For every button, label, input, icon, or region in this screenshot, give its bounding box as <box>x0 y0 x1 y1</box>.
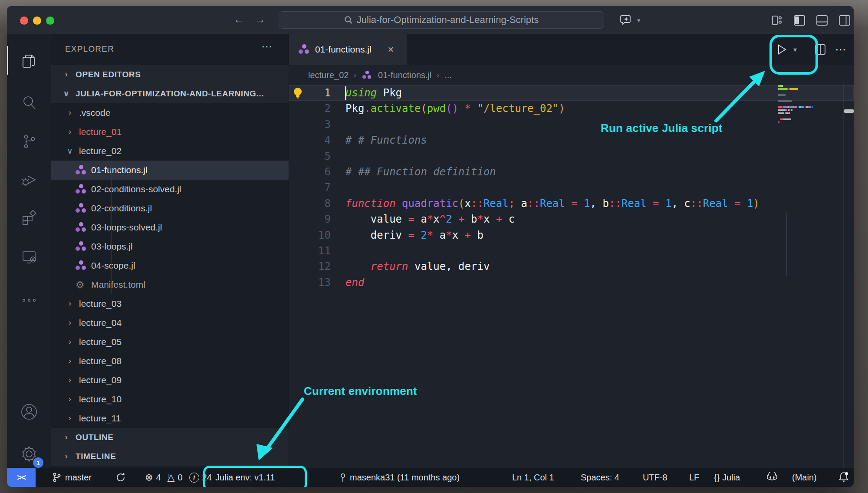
code-line-11[interactable]: 11 <box>289 243 854 259</box>
git-branch-item[interactable]: master <box>52 468 92 487</box>
activity-extensions-icon[interactable] <box>7 206 51 230</box>
tree-item-lecture-03[interactable]: ›lecture_03 <box>51 294 289 313</box>
code-line-9[interactable]: 9 value = a*x^2 + b*x + c <box>289 211 854 227</box>
code-line-8[interactable]: 8function quadratic(x::Real; a::Real = 1… <box>289 196 854 211</box>
code-line-2[interactable]: 2Pkg.activate(pwd() * "/lecture_02") <box>289 101 854 116</box>
tree-item--vscode[interactable]: ›.vscode <box>51 103 289 122</box>
tree-item-03-loops-jl[interactable]: 03-loops.jl <box>51 237 289 256</box>
explorer-title: EXPLORER <box>65 44 114 54</box>
editor-more-actions-icon[interactable]: ⋯ <box>835 34 847 65</box>
section-julia-for-optimization-and-learning[interactable]: ∨JULIA-FOR-OPTIMIZATION-AND-LEARNING... <box>51 84 289 103</box>
commit-author-label: masenka31 (11 months ago) <box>350 473 460 483</box>
code-line-10[interactable]: 10 deriv = 2* a*x + b <box>289 227 854 243</box>
tree-item-01-functions-jl[interactable]: 01-functions.jl <box>51 161 289 180</box>
close-tab-icon[interactable]: × <box>388 43 394 56</box>
activity-more-actions-icon[interactable] <box>7 288 51 312</box>
tree-item-02-conditions-solved-jl[interactable]: 02-conditions-solved.jl <box>51 180 289 199</box>
explorer-more-actions-icon[interactable]: ⋯ <box>261 40 273 53</box>
minimap-line <box>778 118 791 120</box>
toggle-panel-icon[interactable] <box>816 15 828 28</box>
tree-indent-guide <box>111 161 112 294</box>
tree-item-lecture-09[interactable]: ›lecture_09 <box>51 371 289 390</box>
toggle-primary-sidebar-icon[interactable] <box>793 15 806 28</box>
code-line-12[interactable]: 12 return value, deriv <box>289 259 854 274</box>
git-context-item[interactable]: (Main) <box>792 468 817 487</box>
tree-item-03-loops-solved-jl[interactable]: 03-loops-solved.jl <box>51 218 289 237</box>
remote-indicator[interactable]: >< <box>7 468 36 487</box>
section-open-editors[interactable]: ›OPEN EDITORS <box>51 65 289 84</box>
cursor-position-item[interactable]: Ln 1, Col 1 <box>512 468 554 487</box>
notifications-bell-item[interactable] <box>838 468 849 487</box>
activity-source-control-icon[interactable] <box>7 129 51 154</box>
tree-item-lecture-08[interactable]: ›lecture_08 <box>51 352 289 371</box>
copilot-icon[interactable] <box>620 13 633 28</box>
code-line-6[interactable]: 6# ## Function definition <box>289 164 854 180</box>
activity-account-icon[interactable] <box>7 400 51 424</box>
errors-count: 4 <box>156 473 161 483</box>
julia-file-icon <box>76 222 87 233</box>
section-timeline[interactable]: ›TIMELINE <box>51 447 289 466</box>
line-content: using Pkg <box>345 85 402 101</box>
tree-item-02-conditions-jl[interactable]: 02-conditions.jl <box>51 199 289 218</box>
julia-env-highlight-box <box>203 466 307 487</box>
code-editor[interactable]: 1using Pkg2Pkg.activate(pwd() * "/lectur… <box>289 85 854 290</box>
activity-run-debug-icon[interactable] <box>7 168 51 192</box>
editor-scrollbar[interactable] <box>843 83 854 468</box>
section-outline[interactable]: ›OUTLINE <box>51 428 289 447</box>
minimap-line <box>778 94 786 96</box>
code-line-13[interactable]: 13end <box>289 275 854 290</box>
tree-item-lecture-10[interactable]: ›lecture_10 <box>51 390 289 409</box>
tree-item-04-scope-jl[interactable]: 04-scope.jl <box>51 256 289 275</box>
code-line-1[interactable]: 1using Pkg <box>289 85 854 101</box>
language-mode-item[interactable]: {} Julia <box>714 468 740 487</box>
scrollbar-thumb[interactable] <box>844 109 854 113</box>
problems-item[interactable]: ⊗ 4 △! 0 i 24 <box>145 468 212 487</box>
main-area: 1 EXPLORER ⋯ ›OPEN EDITORS∨JULIA-FOR-OPT… <box>7 34 854 468</box>
code-line-4[interactable]: 4# # Functions <box>289 132 854 148</box>
code-line-5[interactable]: 5 <box>289 148 854 164</box>
breadcrumb-item[interactable]: 01-functions.jl <box>378 70 431 80</box>
customize-layout-icon[interactable] <box>772 15 783 28</box>
lightbulb-icon[interactable] <box>292 87 303 102</box>
line-number: 12 <box>289 259 331 274</box>
activity-remote-explorer-icon[interactable] <box>7 245 51 269</box>
line-number: 3 <box>289 117 331 132</box>
item-label: lecture_01 <box>79 127 122 137</box>
breadcrumb-item[interactable]: ... <box>444 70 452 80</box>
tree-item-lecture-11[interactable]: ›lecture_11 <box>51 409 289 428</box>
activity-search-icon[interactable] <box>7 90 51 115</box>
item-label: lecture_10 <box>79 394 122 404</box>
tree-item-lecture-01[interactable]: ›lecture_01 <box>51 122 289 141</box>
copilot-chevron-icon[interactable]: ▾ <box>637 16 641 24</box>
nav-forward-icon[interactable]: → <box>254 13 266 26</box>
tree-item-lecture-04[interactable]: ›lecture_04 <box>51 313 289 332</box>
command-center-search[interactable]: Julia-for-Optimization-and-Learning-Scri… <box>279 11 604 29</box>
eol-item[interactable]: LF <box>689 468 699 487</box>
item-label: lecture_11 <box>79 413 121 424</box>
nav-back-icon[interactable]: ← <box>233 13 245 26</box>
tab-01-functions[interactable]: 01-functions.jl × <box>289 34 407 65</box>
indentation-item[interactable]: Spaces: 4 <box>581 468 619 487</box>
encoding-item[interactable]: UTF-8 <box>643 468 667 487</box>
run-button-highlight-box <box>769 35 818 75</box>
code-line-7[interactable]: 7 <box>289 180 854 195</box>
line-number: 4 <box>289 132 331 148</box>
item-label: lecture_03 <box>79 299 122 309</box>
close-window-button[interactable] <box>20 16 28 25</box>
commit-author-item[interactable]: masenka31 (11 months ago) <box>339 468 460 487</box>
bell-icon <box>838 471 849 483</box>
tree-item-manifest-toml[interactable]: ⚙Manifest.toml <box>51 275 289 294</box>
activity-explorer-icon[interactable] <box>7 49 51 74</box>
tree-item-lecture-02[interactable]: ∨lecture_02 <box>51 141 289 161</box>
activity-bar: 1 <box>7 34 51 468</box>
copilot-status-item[interactable] <box>766 468 778 487</box>
zoom-window-button[interactable] <box>46 16 54 25</box>
sync-changes-item[interactable] <box>115 468 126 487</box>
breadcrumb-item[interactable]: lecture_02 <box>308 70 349 80</box>
toggle-secondary-sidebar-icon[interactable] <box>838 15 851 28</box>
item-label: lecture_09 <box>79 375 122 385</box>
tree-item-lecture-05[interactable]: ›lecture_05 <box>51 332 289 352</box>
code-line-3[interactable]: 3 <box>289 117 854 132</box>
minimize-window-button[interactable] <box>33 16 41 25</box>
activity-settings-icon[interactable]: 1 <box>7 442 51 466</box>
